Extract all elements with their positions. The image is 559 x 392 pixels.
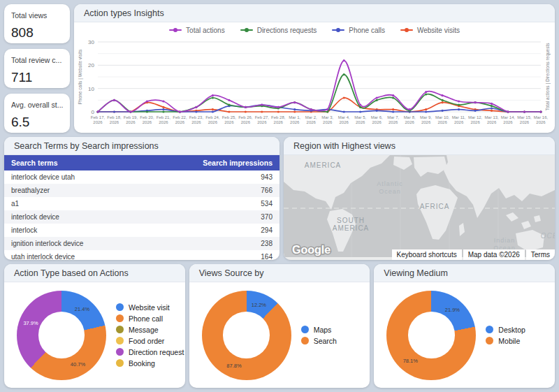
kpi-label: Total review c... — [11, 56, 63, 64]
legend-label: Total actions — [186, 27, 225, 34]
svg-text:Feb 28,: Feb 28, — [271, 115, 286, 119]
svg-text:Feb 25,: Feb 25, — [222, 115, 237, 119]
card-title: Action types Insights — [84, 8, 164, 18]
legend-label: Direction request — [129, 348, 184, 356]
legend-label: Website visits — [417, 27, 460, 34]
svg-text:2026: 2026 — [126, 120, 136, 124]
keyboard-shortcuts-button[interactable]: Keyboard shortcuts — [392, 249, 462, 260]
column-header-search-impressions[interactable]: Search impressions — [142, 155, 280, 170]
legend-item: Directions requests — [240, 27, 317, 34]
world-map[interactable]: AMERICA Atlantic Ocean AFRICA SOUTH AMER… — [284, 155, 555, 260]
legend-label: Search — [314, 337, 337, 345]
svg-text:2026: 2026 — [241, 120, 251, 124]
svg-text:2026: 2026 — [437, 120, 447, 124]
legend-label: Maps — [314, 326, 332, 334]
svg-text:Ocean: Ocean — [379, 188, 401, 195]
card-header: Action types Insights — [74, 4, 555, 22]
svg-text:2026: 2026 — [470, 120, 480, 124]
search-impressions-cell: 766 — [142, 184, 280, 197]
legend-dot-icon — [301, 326, 309, 333]
legend-dot-icon — [486, 326, 493, 333]
search-term-cell: utah interlock device — [4, 250, 142, 260]
legend-label: Directions requests — [257, 27, 317, 34]
svg-text:Feb 20,: Feb 20, — [140, 115, 154, 119]
svg-text:Mar 1,: Mar 1, — [289, 115, 300, 119]
card-title: Search Terms by Search impressions — [14, 141, 159, 151]
top-row: Total views 808 Total review c... 711 Av… — [4, 4, 555, 133]
svg-text:2026: 2026 — [421, 120, 431, 124]
card-title: Views Source by — [199, 268, 264, 278]
kpi-column: Total views 808 Total review c... 711 Av… — [4, 4, 70, 133]
legend-dot-icon — [301, 337, 309, 344]
table-row[interactable]: interlock device utah943 — [4, 170, 280, 184]
svg-text:Mar 12,: Mar 12, — [468, 115, 483, 119]
svg-text:2026: 2026 — [536, 120, 546, 124]
legend-label: Phone call — [129, 314, 163, 323]
donut-legend-item: Website visit — [116, 303, 184, 312]
google-logo[interactable]: Google — [292, 244, 331, 256]
bottom-row: Action Type based on Actions 21.4%40.7%3… — [4, 264, 555, 388]
table-row[interactable]: utah interlock device164 — [4, 250, 280, 260]
kpi-value: 808 — [11, 25, 63, 41]
search-term-cell: interlock — [4, 224, 142, 237]
table-row[interactable]: a1534 — [4, 197, 280, 210]
slice-label: 40.7% — [71, 361, 85, 367]
svg-text:Phone calls | Website visits: Phone calls | Website visits — [78, 49, 83, 104]
svg-text:2026: 2026 — [356, 120, 365, 124]
legend-dot-icon — [116, 337, 124, 344]
svg-text:0: 0 — [92, 109, 95, 115]
svg-text:Mar 7,: Mar 7, — [387, 115, 399, 119]
svg-text:Feb 21,: Feb 21, — [157, 115, 171, 119]
slice-label: 12.2% — [252, 301, 266, 307]
svg-text:Total actions | Directions req: Total actions | Directions requests — [545, 43, 551, 111]
legend-item: Website visits — [400, 27, 460, 34]
terms-link[interactable]: Terms — [526, 249, 555, 260]
table-row[interactable]: ignition interlock device238 — [4, 237, 280, 250]
search-impressions-cell: 238 — [142, 237, 280, 250]
column-header-search-terms[interactable]: Search terms — [4, 155, 142, 170]
search-term-cell: interlock device utah — [4, 170, 142, 184]
table-row[interactable]: interlock294 — [4, 224, 280, 237]
svg-text:Mar 3,: Mar 3, — [321, 115, 333, 119]
search-impressions-cell: 294 — [142, 224, 280, 237]
donut-chart-views-source[interactable]: 12.2%87.8% — [202, 291, 291, 380]
action-types-line-chart[interactable]: 0102030Feb 17,2026Feb 18,2026Feb 19,2026… — [77, 38, 552, 130]
map-canvas[interactable]: AMERICA Atlantic Ocean AFRICA SOUTH AMER… — [284, 155, 555, 260]
svg-text:Mar 6,: Mar 6, — [371, 115, 383, 119]
map-data-attribution: Map data ©2026 — [463, 249, 525, 260]
donut-legend-item: Direction request — [116, 348, 184, 356]
slice-label: 21.4% — [75, 306, 89, 312]
svg-text:2026: 2026 — [257, 120, 267, 124]
donut-legend-item: Phone call — [116, 314, 184, 323]
donut-body: 12.2%87.8% MapsSearch — [189, 282, 370, 388]
donut-chart-viewing-medium[interactable]: 21.9%78.1% — [386, 291, 476, 380]
donut-chart-action-type[interactable]: 21.4%40.7%37.9% — [17, 291, 106, 380]
svg-text:Feb 24,: Feb 24, — [205, 115, 220, 119]
donut-legend-item: Desktop — [486, 326, 525, 334]
action-type-donut-card: Action Type based on Actions 21.4%40.7%3… — [4, 264, 185, 388]
region-views-card: Region with Highest views — [284, 137, 555, 260]
map-label-indian-ocean: Indian — [494, 237, 516, 244]
table-row[interactable]: interlock device370 — [4, 210, 280, 224]
donut-legend-item: Maps — [301, 326, 337, 334]
svg-text:Mar 16,: Mar 16, — [534, 115, 549, 119]
legend-line-icon — [240, 29, 253, 31]
svg-text:20: 20 — [88, 62, 94, 68]
legend-label: Website visit — [129, 303, 170, 312]
search-impressions-cell: 164 — [142, 250, 280, 260]
svg-text:2026: 2026 — [290, 120, 300, 124]
svg-text:2026: 2026 — [274, 120, 284, 124]
search-terms-card: Search Terms by Search impressions Searc… — [4, 137, 280, 260]
svg-text:2026: 2026 — [159, 120, 168, 124]
donut-legend-item: Search — [301, 337, 337, 345]
map-label-ocean: OCEAN — [541, 232, 555, 240]
table-row[interactable]: breathalyzer766 — [4, 184, 280, 197]
svg-text:Mar 5,: Mar 5, — [354, 115, 366, 119]
svg-text:Mar 4,: Mar 4, — [338, 115, 350, 119]
slice-label: 78.1% — [403, 358, 418, 364]
slice-label: 37.9% — [23, 319, 38, 326]
action-types-insights-card: Action types Insights Total actionsDirec… — [74, 4, 555, 133]
card-header: Region with Highest views — [284, 137, 555, 155]
donut-legend-item: Message — [116, 326, 184, 334]
kpi-label: Avg. overall st... — [11, 101, 63, 109]
